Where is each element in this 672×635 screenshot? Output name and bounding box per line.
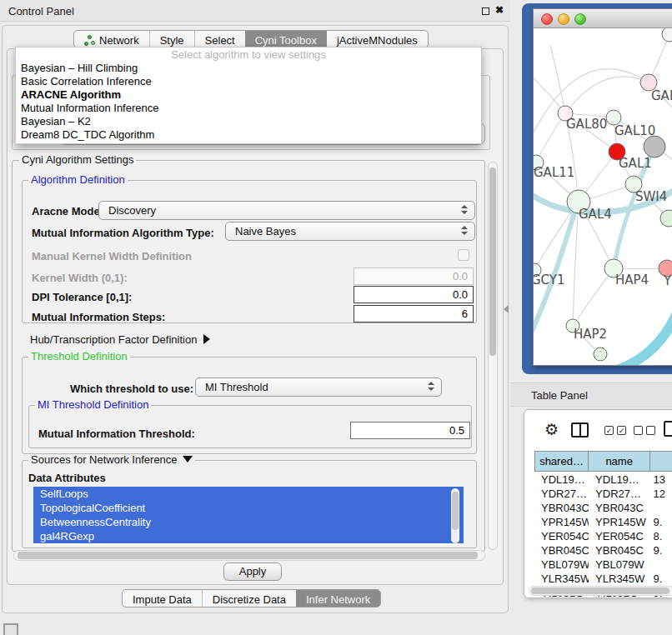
table-row[interactable]: YLR345WYLR345W9. [534,572,672,586]
window-close-icon[interactable] [541,13,553,25]
network-node-label: HAP4 [615,272,649,288]
mi-algorithm-type-combo[interactable]: Naive Bayes [225,222,475,241]
table-cell: YBL079W [534,558,589,572]
tab-discretize-data[interactable]: Discretize Data [202,590,296,607]
hub-definition-expander[interactable]: Hub/Transcription Factor Definition [30,333,210,346]
network-edge[interactable] [534,69,649,153]
table-cell: 12 [650,487,672,501]
which-threshold-combo[interactable]: MI Threshold [195,378,442,397]
network-edge[interactable] [565,77,649,113]
network-node-label: Y [663,273,672,288]
control-panel-titlebar: Control Panel ✖ [0,0,510,22]
float-panel-icon[interactable] [482,8,489,15]
deselect-all-checkbox-icon[interactable] [634,426,643,435]
algorithm-option[interactable]: ARACNE Algorithm [16,88,481,102]
table-cell: YDR27… [589,487,650,501]
column-header[interactable] [650,451,672,472]
table-row[interactable]: YER054CYER054C8. [534,529,672,543]
tab-style[interactable]: Style [149,31,194,48]
network-node-label: SWI4 [635,189,667,204]
gear-icon[interactable]: ⚙ [544,420,559,439]
tab-network-label: Network [99,32,139,48]
select-all-checkbox-icon[interactable]: ✓ [617,426,626,435]
table-row[interactable]: YDL19…YDL19…13 [534,472,672,487]
algorithm-option[interactable]: Bayesian – Hill Climbing [16,62,481,75]
table-cell [650,501,672,515]
kernel-width-field[interactable]: 0.0 [354,268,474,285]
panel-divider-arrow[interactable] [504,305,509,313]
data-attribute-item[interactable]: gal4RGexp [33,529,464,543]
table-row[interactable]: YBL079WYBL079W [534,558,672,572]
algorithm-option[interactable]: Bayesian – K2 [16,115,481,128]
table-cell: YLR345W [589,572,650,586]
network-node[interactable] [594,348,607,361]
close-panel-icon[interactable]: ✖ [495,4,504,16]
control-panel-title: Control Panel [8,5,74,18]
window-zoom-icon[interactable] [574,13,586,25]
bottom-tabstrip: Impute Data Discretize Data Infer Networ… [122,589,381,608]
network-node-label: HAP2 [574,327,607,342]
data-attribute-item[interactable]: BetweennessCentrality [33,515,464,529]
settings-horizontal-scrollbar[interactable] [13,550,485,561]
table-cell: YDL19… [534,472,589,487]
tab-impute-data[interactable]: Impute Data [123,590,202,607]
tab-infer-network[interactable]: Infer Network [296,590,380,607]
tab-network[interactable]: Network [74,31,149,48]
table-panel: ⚙ ✓ ✓ shared… name YDL19…YDL19…13YDR27…Y… [524,409,672,598]
settings-vertical-scrollbar[interactable] [488,162,498,550]
mi-threshold-field[interactable]: 0.5 [350,422,470,439]
combo-spinner-icon [428,382,434,391]
window-minimize-icon[interactable] [558,13,569,25]
aracne-mode-combo[interactable]: Discovery [98,201,475,220]
table-cell: 9. [650,515,672,529]
network-node-label: GAL4 [579,207,612,222]
algorithm-option[interactable]: Mutual Information Inference [16,102,481,115]
table-panel-title: Table Panel [531,389,588,402]
column-header[interactable]: shared… [534,451,589,472]
table-cell: YBR045C [534,543,589,558]
manual-kernel-width-checkbox[interactable] [458,249,469,261]
algorithm-dropdown-popup: Select algorithm to view settings Bayesi… [15,47,482,144]
algorithm-option[interactable]: Basic Correlation Inference [16,75,481,88]
kernel-width-label: Kernel Width (0,1): [32,272,128,284]
tab-select[interactable]: Select [194,31,245,48]
select-all-checkbox-icon[interactable]: ✓ [604,426,614,435]
tab-jactivemnodules[interactable]: jActiveMNodules [327,31,428,48]
column-selector-icon[interactable] [571,422,589,438]
table-row[interactable]: YPR145WYPR145W9. [534,515,672,529]
network-edge[interactable] [550,45,565,113]
network-node[interactable] [660,210,672,227]
import-table-icon[interactable] [664,421,672,437]
sources-group-title[interactable]: Sources for Network Inference [28,455,195,465]
network-edge-thick[interactable] [617,305,672,365]
aracne-mode-label: Aracne Mode: [32,205,103,218]
which-threshold-label: Which threshold to use: [70,382,193,395]
manual-kernel-width-label: Manual Kernel Width Definition [32,250,192,262]
network-tab-icon [84,35,95,46]
data-attribute-item[interactable]: TopologicalCoefficient [33,501,464,515]
network-canvas[interactable]: GALGAL80GAL10GAL1GAL11SWI4GAL4GCY1HAP4YH… [534,28,672,365]
attributes-scrollbar[interactable] [451,488,459,543]
table-cell: 9. [650,543,672,558]
deselect-all-checkbox-icon[interactable] [646,426,655,435]
column-header[interactable]: name [589,451,650,472]
dpi-tolerance-field[interactable]: 0.0 [354,286,474,303]
table-cell: YPR145W [589,515,650,529]
docked-panel-icon[interactable] [3,623,18,635]
table-row[interactable]: YBR043CYBR043C [534,501,672,515]
algorithm-option[interactable]: Dream8 DC_TDC Algorithm [16,128,481,142]
control-panel-tabstrip: Network Style Select Cyni Toolbox jActiv… [73,30,429,48]
network-node[interactable] [644,136,665,158]
apply-button[interactable]: Apply [223,562,282,581]
table-horizontal-scrollbar[interactable] [529,586,672,596]
network-node[interactable] [662,28,672,42]
network-edge[interactable] [573,268,614,326]
table-row[interactable]: YDR27…YDR27…12 [534,487,672,501]
mi-steps-field[interactable]: 6 [354,305,474,322]
data-attribute-item[interactable]: SelfLoops [33,487,464,501]
table-cell: YER054C [534,529,589,543]
table-header: shared… name [534,451,672,472]
tab-cyni-toolbox[interactable]: Cyni Toolbox [245,31,327,48]
table-cell [650,558,672,572]
table-row[interactable]: YBR045CYBR045C9. [534,543,672,558]
